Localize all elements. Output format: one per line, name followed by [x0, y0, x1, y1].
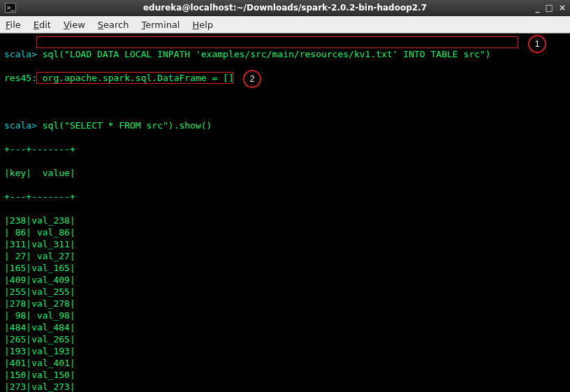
menu-edit[interactable]: Edit [34, 20, 51, 30]
cmd-load-data: sql("LOAD DATA LOCAL INPATH 'examples/sr… [37, 49, 491, 59]
result-line: res45: org.apache.spark.sql.DataFrame = … [4, 72, 566, 84]
terminal-body[interactable]: scala> sql("LOAD DATA LOCAL INPATH 'exam… [0, 34, 570, 392]
scala-prompt: scala> [4, 120, 37, 131]
window-title-bar: >_ edureka@localhost:~/Downloads/spark-2… [0, 0, 570, 16]
table-row: |409|val_409| [4, 274, 566, 286]
table-row: |193|val_193| [4, 345, 566, 357]
table-row: |238|val_238| [4, 215, 566, 226]
terminal-app-icon: >_ [4, 2, 17, 13]
table-row: |265|val_265| [4, 333, 566, 345]
table-border: +---+-------+ [4, 143, 566, 155]
scala-prompt: scala> [4, 49, 37, 59]
menu-bar: File Edit View Search Terminal Help [0, 16, 570, 34]
close-button[interactable]: × [559, 3, 566, 13]
window-controls: _ □ × [536, 3, 570, 13]
minimize-button[interactable]: _ [536, 3, 540, 13]
table-row: |484|val_484| [4, 321, 566, 333]
menu-view[interactable]: View [64, 20, 85, 30]
table-row: |311|val_311| [4, 238, 566, 250]
table-border: +---+-------+ [4, 191, 566, 203]
cmd-select-show: sql("SELECT * FROM src").show() [37, 120, 212, 131]
menu-terminal[interactable]: Terminal [142, 20, 180, 30]
table-row: |150|val_150| [4, 369, 566, 381]
table-row: |401|val_401| [4, 357, 566, 369]
table-row: | 86| val_86| [4, 226, 566, 238]
menu-file[interactable]: File [6, 20, 21, 30]
table-row: |273|val_273| [4, 381, 566, 392]
table-row: | 27| val_27| [4, 250, 566, 262]
table-row: |255|val_255| [4, 286, 566, 298]
table-row: |278|val_278| [4, 298, 566, 310]
menu-help[interactable]: Help [192, 20, 213, 30]
menu-search[interactable]: Search [98, 20, 129, 30]
table-header: |key| value| [4, 167, 566, 179]
table-row: |165|val_165| [4, 262, 566, 274]
table-row: | 98| val_98| [4, 310, 566, 321]
highlight-box-1 [36, 36, 518, 48]
window-title: edureka@localhost:~/Downloads/spark-2.0.… [0, 3, 570, 13]
svg-text:>_: >_ [7, 4, 15, 11]
maximize-button[interactable]: □ [546, 3, 553, 13]
